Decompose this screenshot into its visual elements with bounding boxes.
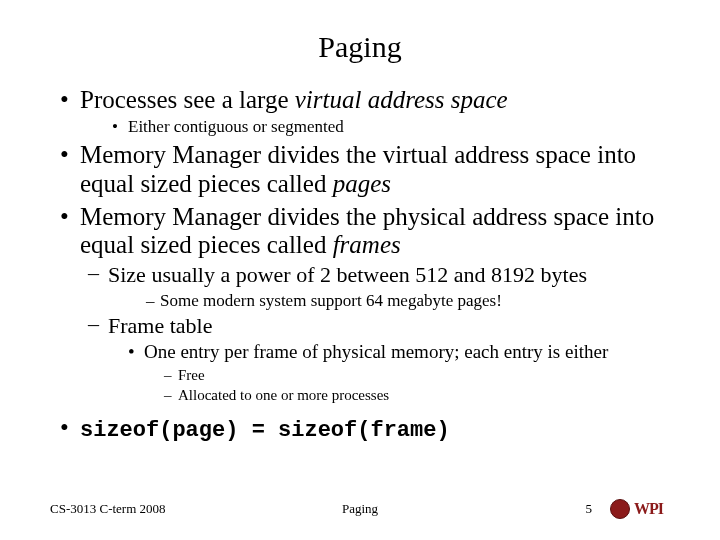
sub-sub-bullet-64mb: Some modern system support 64 megabyte p… (50, 291, 670, 311)
wpi-seal-icon (610, 499, 630, 519)
text-em: pages (333, 170, 391, 197)
sub-bullet-contiguous: Either contiguous or segmented (50, 117, 670, 137)
bullet-sizeof: sizeof(page) = sizeof(frame) (50, 414, 670, 443)
footer-left: CS-3013 C-term 2008 (50, 501, 257, 517)
bullet-frames: Memory Manager divides the physical addr… (50, 203, 670, 261)
sub-sub-sub-bullet-free: Free (50, 366, 670, 384)
slide: Paging Processes see a large virtual add… (0, 0, 720, 540)
slide-title: Paging (50, 30, 670, 64)
content-list: Processes see a large virtual address sp… (50, 86, 670, 443)
bullet-pages: Memory Manager divides the virtual addre… (50, 141, 670, 199)
footer: CS-3013 C-term 2008 Paging 5 WPI (0, 498, 720, 520)
sub-bullet-frametable: Frame table (50, 313, 670, 339)
wpi-logo-text: WPI (634, 500, 663, 518)
footer-center: Paging (257, 501, 464, 517)
wpi-logo: WPI (610, 498, 670, 520)
sub-sub-sub-bullet-allocated: Allocated to one or more processes (50, 386, 670, 404)
code-text: sizeof(page) = sizeof(frame) (80, 418, 450, 443)
sub-sub-bullet-entry: One entry per frame of physical memory; … (50, 341, 670, 364)
sub-bullet-size: Size usually a power of 2 between 512 an… (50, 262, 670, 288)
page-number: 5 (586, 501, 593, 517)
footer-right: 5 WPI (463, 498, 670, 520)
text-em: frames (333, 231, 401, 258)
bullet-virtual-address: Processes see a large virtual address sp… (50, 86, 670, 115)
text-em: virtual address space (295, 86, 508, 113)
text: Processes see a large (80, 86, 295, 113)
